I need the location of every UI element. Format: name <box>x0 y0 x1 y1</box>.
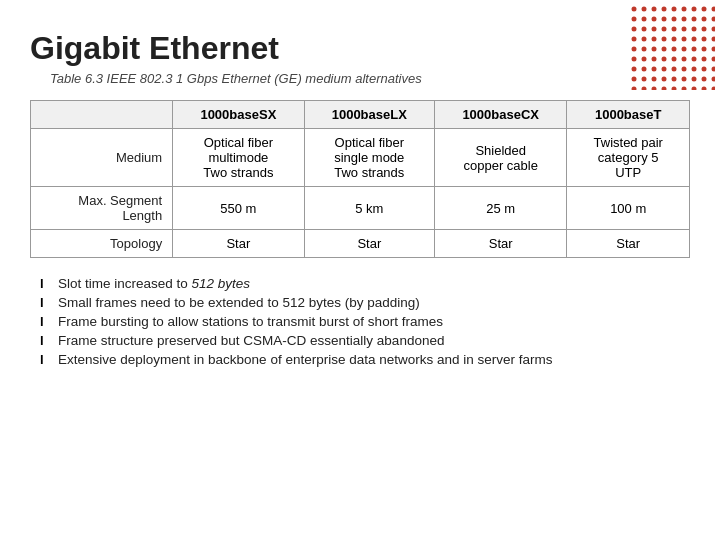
row-label-topology: Topology <box>31 230 173 258</box>
cell-medium-cx: Shieldedcopper cable <box>435 129 567 187</box>
cell-segment-lx: 5 km <box>304 187 434 230</box>
main-page: Gigabit Ethernet Table 6.3 IEEE 802.3 1 … <box>0 0 720 540</box>
col-header-empty <box>31 101 173 129</box>
table-row-medium: Medium Optical fibermultimodeTwo strands… <box>31 129 690 187</box>
cell-segment-sx: 550 m <box>173 187 304 230</box>
bullet-1: Slot time increased to 512 bytes <box>40 276 690 291</box>
cell-segment-t: 100 m <box>567 187 690 230</box>
cell-topology-sx: Star <box>173 230 304 258</box>
col-header-cx: 1000baseCX <box>435 101 567 129</box>
page-title: Gigabit Ethernet <box>30 30 690 67</box>
bullet-5: Extensive deployment in backbone of ente… <box>40 352 690 367</box>
table-row-topology: Topology Star Star Star Star <box>31 230 690 258</box>
cell-medium-sx: Optical fibermultimodeTwo strands <box>173 129 304 187</box>
medium-table: 1000baseSX 1000baseLX 1000baseCX 1000bas… <box>30 100 690 258</box>
cell-topology-lx: Star <box>304 230 434 258</box>
bullet-list: Slot time increased to 512 bytes Small f… <box>30 276 690 367</box>
col-header-t: 1000baseT <box>567 101 690 129</box>
cell-medium-t: Twisted paircategory 5UTP <box>567 129 690 187</box>
bullet-2: Small frames need to be extended to 512 … <box>40 295 690 310</box>
row-label-segment: Max. SegmentLength <box>31 187 173 230</box>
table-row-segment: Max. SegmentLength 550 m 5 km 25 m 100 m <box>31 187 690 230</box>
col-header-lx: 1000baseLX <box>304 101 434 129</box>
bullet-3: Frame bursting to allow stations to tran… <box>40 314 690 329</box>
dots-decoration <box>630 5 715 90</box>
col-header-sx: 1000baseSX <box>173 101 304 129</box>
cell-medium-lx: Optical fibersingle modeTwo strands <box>304 129 434 187</box>
table-subtitle: Table 6.3 IEEE 802.3 1 Gbps Ethernet (GE… <box>50 71 690 86</box>
svg-rect-1 <box>630 5 715 90</box>
row-label-medium: Medium <box>31 129 173 187</box>
cell-topology-t: Star <box>567 230 690 258</box>
cell-topology-cx: Star <box>435 230 567 258</box>
cell-segment-cx: 25 m <box>435 187 567 230</box>
bullet-4: Frame structure preserved but CSMA-CD es… <box>40 333 690 348</box>
